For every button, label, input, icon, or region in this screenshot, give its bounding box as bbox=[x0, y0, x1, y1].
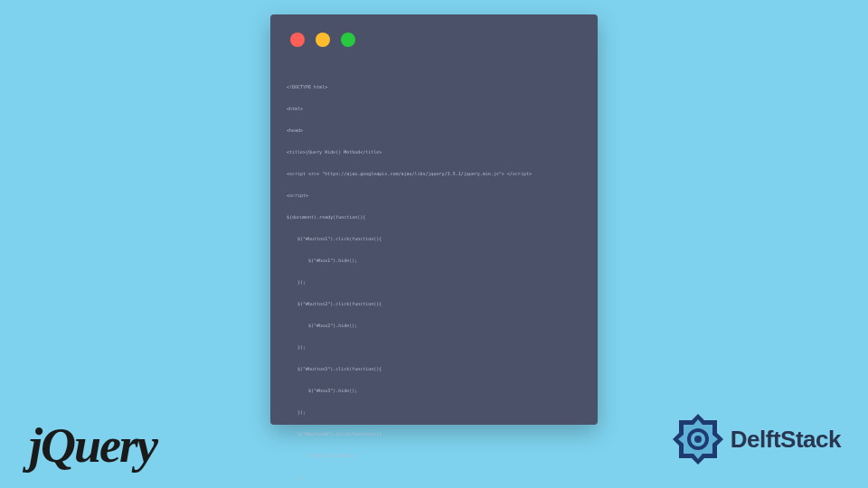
code-line: $("#button4").click(function(){ bbox=[287, 430, 581, 437]
maximize-icon bbox=[341, 33, 355, 47]
code-line: <script src= "https://ajax.googleapis.co… bbox=[287, 170, 581, 177]
code-window: <!DOCTYPE html> <html> <head> <title>jQu… bbox=[270, 14, 598, 425]
code-body: <!DOCTYPE html> <html> <head> <title>jQu… bbox=[270, 47, 598, 488]
code-line: $("#box1").hide(); bbox=[287, 257, 581, 264]
code-line: }); bbox=[287, 343, 581, 351]
code-line: $("#box2").hide(); bbox=[287, 322, 581, 329]
delftstack-logo: DelftStack bbox=[669, 410, 841, 468]
svg-point-4 bbox=[694, 436, 702, 443]
code-line: $("#button3").click(function(){ bbox=[287, 365, 581, 372]
code-line: }); bbox=[287, 278, 581, 286]
delftstack-text: DelftStack bbox=[731, 426, 841, 454]
minimize-icon bbox=[316, 33, 330, 47]
code-line: <html> bbox=[287, 105, 581, 112]
code-line: <script> bbox=[287, 192, 581, 199]
code-line: }); bbox=[287, 408, 581, 416]
code-line: }); bbox=[287, 474, 581, 481]
code-line: <title>jQuery Hide() Method</title> bbox=[287, 148, 581, 155]
delftstack-badge-icon bbox=[669, 410, 727, 468]
jquery-logo: jQuery bbox=[29, 418, 156, 474]
window-controls bbox=[270, 14, 598, 47]
code-line: <!DOCTYPE html> bbox=[287, 83, 581, 90]
close-icon bbox=[290, 33, 305, 47]
code-line: <head> bbox=[287, 127, 581, 134]
code-line: $(document).ready(function(){ bbox=[287, 213, 581, 221]
code-line: $("#button1").click(function(){ bbox=[287, 235, 581, 242]
code-line: $("#button2").click(function(){ bbox=[287, 300, 581, 307]
code-line: $("#box3").hide(); bbox=[287, 387, 581, 394]
code-line: $("#box4").hide(); bbox=[287, 452, 581, 459]
